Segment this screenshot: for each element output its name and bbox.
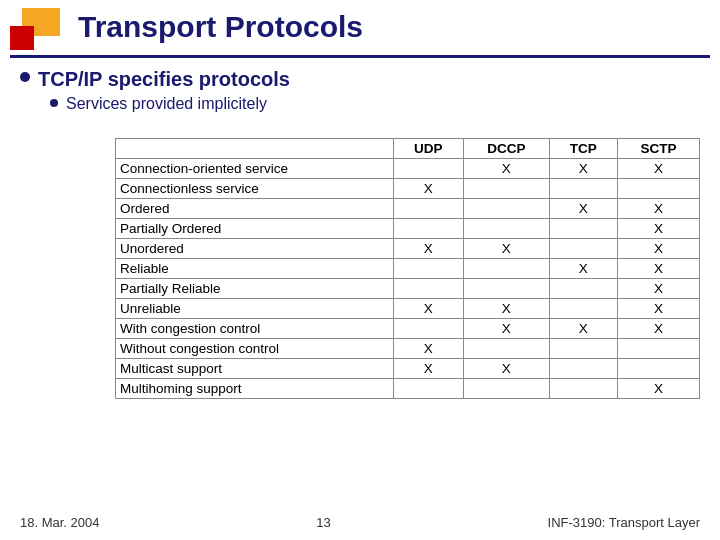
row-sctp-2: X	[617, 199, 699, 219]
row-label-7: Unreliable	[116, 299, 394, 319]
row-dccp-0: X	[464, 159, 550, 179]
table-row: Reliable X X	[116, 259, 700, 279]
row-tcp-11	[549, 379, 617, 399]
row-dccp-4: X	[464, 239, 550, 259]
table-row: Unordered X X X	[116, 239, 700, 259]
row-dccp-6	[464, 279, 550, 299]
row-udp-7: X	[393, 299, 464, 319]
row-sctp-8: X	[617, 319, 699, 339]
row-udp-10: X	[393, 359, 464, 379]
row-tcp-10	[549, 359, 617, 379]
row-udp-3	[393, 219, 464, 239]
row-tcp-8: X	[549, 319, 617, 339]
protocols-table: UDP DCCP TCP SCTP Connection-oriented se…	[115, 138, 700, 399]
row-label-9: Without congestion control	[116, 339, 394, 359]
decorative-squares	[10, 8, 70, 60]
row-udp-5	[393, 259, 464, 279]
main-bullet-text: TCP/IP specifies protocols	[38, 68, 290, 91]
row-sctp-5: X	[617, 259, 699, 279]
table-row: Connection-oriented service X X X	[116, 159, 700, 179]
table-row: Partially Ordered X	[116, 219, 700, 239]
col-header-udp: UDP	[393, 139, 464, 159]
bullet-dot	[20, 72, 30, 82]
row-label-1: Connectionless service	[116, 179, 394, 199]
sub-bullet-text: Services provided implicitely	[66, 95, 267, 113]
main-bullet: TCP/IP specifies protocols	[20, 68, 290, 91]
table-row: Connectionless service X	[116, 179, 700, 199]
table-row: Partially Reliable X	[116, 279, 700, 299]
row-udp-1: X	[393, 179, 464, 199]
row-tcp-6	[549, 279, 617, 299]
row-sctp-10	[617, 359, 699, 379]
row-sctp-9	[617, 339, 699, 359]
row-label-6: Partially Reliable	[116, 279, 394, 299]
row-label-10: Multicast support	[116, 359, 394, 379]
row-udp-6	[393, 279, 464, 299]
footer-page: 13	[316, 515, 330, 530]
table-row: Without congestion control X	[116, 339, 700, 359]
row-sctp-7: X	[617, 299, 699, 319]
row-dccp-8: X	[464, 319, 550, 339]
row-sctp-6: X	[617, 279, 699, 299]
row-tcp-0: X	[549, 159, 617, 179]
row-dccp-2	[464, 199, 550, 219]
title-divider	[10, 55, 710, 58]
row-dccp-1	[464, 179, 550, 199]
footer-date: 18. Mar. 2004	[20, 515, 100, 530]
row-label-5: Reliable	[116, 259, 394, 279]
row-sctp-11: X	[617, 379, 699, 399]
table-row: Unreliable X X X	[116, 299, 700, 319]
row-udp-8	[393, 319, 464, 339]
row-tcp-3	[549, 219, 617, 239]
bullet-section: TCP/IP specifies protocols Services prov…	[20, 68, 290, 113]
row-dccp-11	[464, 379, 550, 399]
row-tcp-9	[549, 339, 617, 359]
row-tcp-1	[549, 179, 617, 199]
col-header-dccp: DCCP	[464, 139, 550, 159]
row-dccp-10: X	[464, 359, 550, 379]
col-header-label	[116, 139, 394, 159]
protocols-table-container: UDP DCCP TCP SCTP Connection-oriented se…	[115, 138, 700, 399]
row-dccp-3	[464, 219, 550, 239]
row-label-11: Multihoming support	[116, 379, 394, 399]
row-label-2: Ordered	[116, 199, 394, 219]
row-sctp-3: X	[617, 219, 699, 239]
col-header-tcp: TCP	[549, 139, 617, 159]
row-udp-9: X	[393, 339, 464, 359]
row-label-0: Connection-oriented service	[116, 159, 394, 179]
row-label-8: With congestion control	[116, 319, 394, 339]
row-sctp-1	[617, 179, 699, 199]
table-body: Connection-oriented service X X X Connec…	[116, 159, 700, 399]
table-row: Ordered X X	[116, 199, 700, 219]
table-header-row: UDP DCCP TCP SCTP	[116, 139, 700, 159]
row-sctp-0: X	[617, 159, 699, 179]
row-udp-0	[393, 159, 464, 179]
sub-bullet: Services provided implicitely	[50, 95, 290, 113]
row-label-4: Unordered	[116, 239, 394, 259]
row-tcp-7	[549, 299, 617, 319]
table-row: With congestion control X X X	[116, 319, 700, 339]
row-dccp-7: X	[464, 299, 550, 319]
footer: 18. Mar. 2004 13 INF-3190: Transport Lay…	[20, 515, 700, 530]
col-header-sctp: SCTP	[617, 139, 699, 159]
row-udp-2	[393, 199, 464, 219]
row-sctp-4: X	[617, 239, 699, 259]
row-udp-4: X	[393, 239, 464, 259]
row-dccp-5	[464, 259, 550, 279]
footer-course: INF-3190: Transport Layer	[548, 515, 700, 530]
red-square	[10, 26, 34, 50]
table-row: Multihoming support X	[116, 379, 700, 399]
row-tcp-4	[549, 239, 617, 259]
row-dccp-9	[464, 339, 550, 359]
row-tcp-5: X	[549, 259, 617, 279]
table-row: Multicast support X X	[116, 359, 700, 379]
sub-bullet-dot	[50, 99, 58, 107]
row-tcp-2: X	[549, 199, 617, 219]
page-title: Transport Protocols	[78, 10, 363, 44]
row-label-3: Partially Ordered	[116, 219, 394, 239]
row-udp-11	[393, 379, 464, 399]
